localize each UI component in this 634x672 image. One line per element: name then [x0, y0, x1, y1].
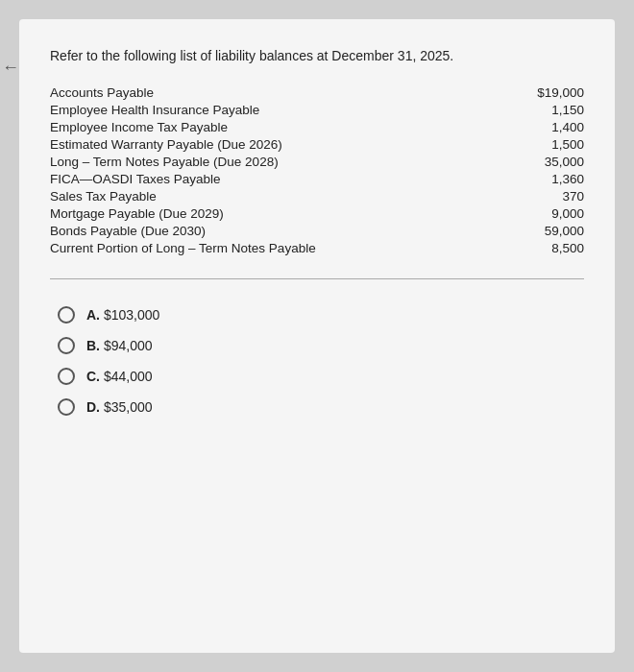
liability-label: FICA—OASDI Taxes Payable: [50, 172, 507, 186]
liability-label: Current Portion of Long – Term Notes Pay…: [50, 241, 507, 255]
option-letter: D.: [86, 399, 100, 415]
liability-amount: 370: [507, 189, 584, 204]
question-card: ← Refer to the following list of liabili…: [19, 19, 615, 653]
radio-button[interactable]: [58, 368, 75, 385]
liability-amount: 1,400: [507, 120, 584, 134]
radio-button[interactable]: [58, 398, 75, 416]
liability-label: Estimated Warranty Payable (Due 2026): [50, 137, 507, 152]
liability-label: Employee Health Insurance Payable: [50, 103, 507, 117]
question-text: Refer to the following list of liability…: [50, 46, 584, 66]
liability-amount: 1,360: [507, 172, 584, 186]
radio-button[interactable]: [58, 337, 75, 354]
liability-label: Bonds Payable (Due 2030): [50, 224, 507, 238]
liability-row: FICA—OASDI Taxes Payable1,360: [50, 172, 584, 186]
answer-options: A. $103,000B. $94,000C. $44,000D. $35,00…: [50, 306, 584, 416]
liability-row: Mortgage Payable (Due 2029)9,000: [50, 206, 584, 221]
liability-label: Employee Income Tax Payable: [50, 120, 507, 134]
answer-option-c[interactable]: C. $44,000: [58, 368, 584, 385]
liability-row: Employee Income Tax Payable1,400: [50, 120, 584, 134]
radio-button[interactable]: [58, 306, 75, 324]
answer-option-a[interactable]: A. $103,000: [58, 306, 584, 324]
back-arrow-icon[interactable]: ←: [2, 58, 19, 78]
liability-amount: $19,000: [507, 85, 584, 100]
option-label: D. $35,000: [86, 399, 153, 415]
option-label: A. $103,000: [86, 307, 159, 323]
liability-amount: 1,150: [507, 103, 584, 117]
liability-row: Current Portion of Long – Term Notes Pay…: [50, 241, 584, 255]
option-letter: C.: [86, 369, 100, 384]
liability-amount: 9,000: [507, 206, 584, 221]
option-label: C. $44,000: [86, 369, 153, 384]
liability-label: Sales Tax Payable: [50, 189, 507, 204]
answer-option-d[interactable]: D. $35,000: [58, 398, 584, 416]
liability-amount: 59,000: [507, 224, 584, 238]
liability-table: Accounts Payable$19,000Employee Health I…: [50, 85, 584, 255]
liability-row: Long – Term Notes Payable (Due 2028)35,0…: [50, 155, 584, 169]
option-letter: B.: [86, 338, 100, 353]
section-divider: [50, 278, 584, 279]
option-label: B. $94,000: [86, 338, 153, 353]
liability-label: Long – Term Notes Payable (Due 2028): [50, 155, 507, 169]
liability-row: Accounts Payable$19,000: [50, 85, 584, 100]
liability-row: Estimated Warranty Payable (Due 2026)1,5…: [50, 137, 584, 152]
option-letter: A.: [86, 307, 100, 323]
liability-row: Bonds Payable (Due 2030)59,000: [50, 224, 584, 238]
liability-row: Employee Health Insurance Payable1,150: [50, 103, 584, 117]
liability-amount: 1,500: [507, 137, 584, 152]
liability-row: Sales Tax Payable370: [50, 189, 584, 204]
answer-option-b[interactable]: B. $94,000: [58, 337, 584, 354]
liability-amount: 35,000: [507, 155, 584, 169]
liability-amount: 8,500: [507, 241, 584, 255]
liability-label: Mortgage Payable (Due 2029): [50, 206, 507, 221]
liability-label: Accounts Payable: [50, 85, 507, 100]
